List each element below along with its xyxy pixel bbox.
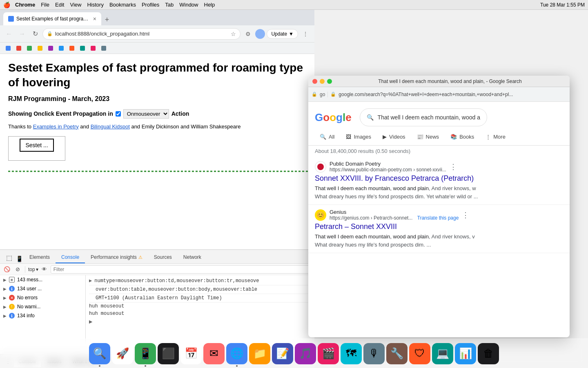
menu-tab[interactable]: Tab xyxy=(165,2,174,8)
menu-chrome[interactable]: Chrome xyxy=(15,2,35,8)
menu-help[interactable]: Help xyxy=(204,2,215,8)
clear-console-btn[interactable]: 🚫 xyxy=(2,265,11,274)
menu-view[interactable]: View xyxy=(70,2,81,8)
google-tab-news[interactable]: 📰 News xyxy=(412,130,444,145)
dock-trash[interactable]: 🗑 xyxy=(478,343,499,364)
bookmark-3[interactable] xyxy=(24,44,34,53)
more-menu-button[interactable]: ⋮ xyxy=(300,28,311,40)
sidebar-item-warnings[interactable]: ▶ ! No warni... xyxy=(0,302,85,311)
tab-elements[interactable]: Elements xyxy=(24,252,56,263)
window-min-btn[interactable] xyxy=(320,79,325,84)
result-1-title[interactable]: Sonnet XXVIII. by Francesco Petrarca (Pe… xyxy=(315,174,563,183)
update-button[interactable]: Update ▼ xyxy=(267,29,298,39)
eye-icon-btn[interactable]: 👁 xyxy=(40,265,49,274)
apple-icon[interactable]: 🍎 xyxy=(3,2,10,8)
google-tab-videos[interactable]: ▶ Videos xyxy=(378,130,410,145)
reload-button[interactable]: ↻ xyxy=(29,28,41,40)
sidebar-item-user[interactable]: ▶ ℹ 134 user ... xyxy=(0,284,85,293)
profile-avatar[interactable] xyxy=(255,29,265,39)
dock-app1[interactable]: 📝 xyxy=(272,343,293,364)
google-tab-books[interactable]: 📚 Books xyxy=(445,130,479,145)
examples-link[interactable]: Examples in Poetry xyxy=(33,123,79,130)
bookmark-4[interactable] xyxy=(35,44,45,53)
forward-button[interactable]: → xyxy=(16,28,28,40)
expand-icon-1[interactable]: ▶ xyxy=(89,277,92,285)
google-tab-all[interactable]: 🔍 All xyxy=(315,130,339,145)
dock-app5[interactable]: 🎙 xyxy=(363,343,385,364)
dock-app7[interactable]: 🛡 xyxy=(409,343,430,364)
tab-sources[interactable]: Sources xyxy=(148,252,178,263)
browser-tab-active[interactable]: Sestet Examples of fast programmed... × xyxy=(3,12,101,25)
bookmark-6[interactable] xyxy=(56,44,66,53)
menu-history[interactable]: History xyxy=(87,2,103,8)
tab-close-icon[interactable]: × xyxy=(93,16,96,22)
performance-warn-icon: ⚠ xyxy=(138,255,143,260)
bookmark-favicon-4 xyxy=(38,46,42,51)
dock-app6[interactable]: 🔧 xyxy=(386,343,408,364)
bookmark-10[interactable] xyxy=(99,44,109,53)
bookmark-9[interactable] xyxy=(88,44,98,53)
bookmark-1[interactable] xyxy=(3,44,13,53)
filter-toggle-btn[interactable]: ⊘ xyxy=(13,265,22,274)
result-2-title[interactable]: Petrarch – Sonnet XXVIII xyxy=(315,222,563,231)
menu-file[interactable]: File xyxy=(41,2,49,8)
event-dropdown[interactable]: Onmouseover xyxy=(123,109,169,119)
menu-window[interactable]: Window xyxy=(179,2,198,8)
dock-filezilla[interactable]: 📁 xyxy=(249,343,270,364)
google-tab-images[interactable]: 🖼 Images xyxy=(341,130,376,145)
extensions-button[interactable]: ⚙ xyxy=(242,28,254,40)
dock-app8[interactable]: 💻 xyxy=(432,343,453,364)
dock-finder[interactable]: 🔍 xyxy=(89,343,110,364)
filter-input[interactable] xyxy=(51,265,312,274)
google-search-bar[interactable]: 🔍 That well I deem each mountain, wood a xyxy=(360,108,487,126)
sidebar-item-info[interactable]: ▶ ℹ 134 info xyxy=(0,311,85,320)
bookmark-5[interactable] xyxy=(46,44,56,53)
dock-terminal[interactable]: ⬛ xyxy=(158,343,179,364)
user-icon: ℹ xyxy=(9,286,15,292)
messages-icon: ≡ xyxy=(9,277,15,283)
bookmark-7[interactable] xyxy=(67,44,77,53)
tab-performance[interactable]: Performance insights ⚠ xyxy=(85,252,148,263)
window-max-btn[interactable] xyxy=(327,79,332,84)
dock-facetime[interactable]: 📱 xyxy=(135,343,156,364)
tab-news-label: News xyxy=(426,134,439,140)
dock-app3[interactable]: 🎬 xyxy=(318,343,339,364)
tab-console-label: Console xyxy=(61,254,79,260)
tab-console[interactable]: Console xyxy=(56,252,85,263)
back-button[interactable]: ← xyxy=(3,28,15,40)
sidebar-item-messages[interactable]: ▶ ≡ 143 mess... xyxy=(0,275,85,284)
context-select[interactable]: top ▾ xyxy=(28,267,38,272)
result-1-more-btn[interactable]: ⋮ xyxy=(450,162,457,171)
result-2-translate[interactable]: Translate this page xyxy=(417,215,459,221)
dock-launchpad[interactable]: 🚀 xyxy=(112,343,133,364)
propagation-checkbox[interactable] xyxy=(116,111,121,117)
devtools-toolbar: 🚫 ⊘ top ▾ 👁 xyxy=(0,264,314,275)
new-tab-button[interactable]: + xyxy=(101,14,113,25)
bookmark-2[interactable] xyxy=(14,44,24,53)
tab-elements-label: Elements xyxy=(29,254,50,260)
google-tab-more[interactable]: ⋮ More xyxy=(481,130,510,145)
window-close-btn[interactable] xyxy=(312,79,317,84)
devtools-mobile-btn[interactable]: 📱 xyxy=(15,254,24,263)
menu-bookmarks[interactable]: Bookmarks xyxy=(109,2,136,8)
bookmark-8[interactable] xyxy=(78,44,87,53)
expand-more-icon[interactable]: ▶ xyxy=(89,318,92,325)
dock-app2[interactable]: 🎵 xyxy=(295,343,316,364)
menu-profiles[interactable]: Profiles xyxy=(142,2,159,8)
dock-app4[interactable]: 🗺 xyxy=(341,343,362,364)
dock-calendar[interactable]: 📅 xyxy=(180,343,202,364)
console-expand-row[interactable]: ▶ xyxy=(89,317,311,326)
tab-all-icon: 🔍 xyxy=(320,134,326,140)
devtools-inspect-btn[interactable]: ⬚ xyxy=(3,252,15,263)
sestet-button[interactable]: Sestet ... xyxy=(20,139,53,152)
dock-chrome[interactable]: 🌐 xyxy=(226,343,247,364)
dock-app9[interactable]: 📊 xyxy=(455,343,476,364)
address-bar[interactable]: 🔒 localhost:8888/onclick_propagation.htm… xyxy=(42,28,241,40)
menu-edit[interactable]: Edit xyxy=(55,2,64,8)
result-2-more-btn[interactable]: ⋮ xyxy=(462,211,469,220)
kidspot-link[interactable]: Bilingual Kidspot xyxy=(91,123,130,130)
tab-network[interactable]: Network xyxy=(178,252,207,263)
sidebar-item-errors[interactable]: ▶ ✕ No errors xyxy=(0,293,85,302)
bookmark-icon[interactable]: ☆ xyxy=(231,31,236,37)
dock-mail[interactable]: ✉ xyxy=(203,343,225,364)
